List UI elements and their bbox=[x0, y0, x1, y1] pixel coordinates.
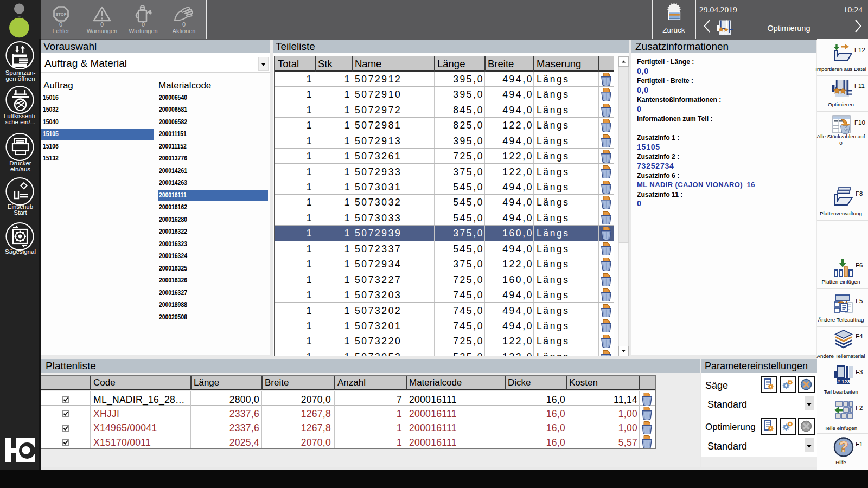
svg-text:# 123: # 123 bbox=[837, 378, 850, 384]
svg-text:?: ? bbox=[839, 438, 848, 455]
svg-text:STOP: STOP bbox=[55, 12, 66, 17]
